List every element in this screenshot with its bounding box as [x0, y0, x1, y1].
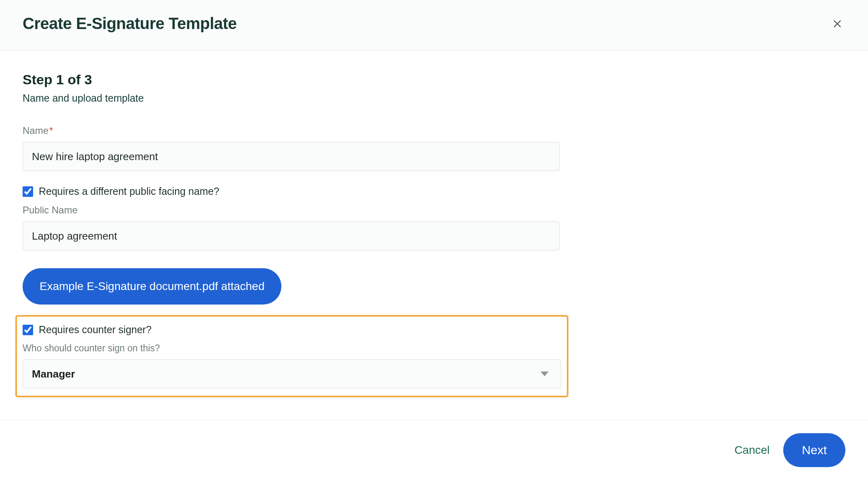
- close-button[interactable]: [829, 16, 845, 32]
- step-heading: Step 1 of 3: [23, 72, 845, 88]
- chevron-down-icon: [541, 371, 549, 376]
- step-subheading: Name and upload template: [23, 92, 845, 104]
- counter-signer-selected-value: Manager: [32, 368, 75, 380]
- name-label: Name*: [23, 125, 560, 136]
- close-icon: [832, 18, 843, 29]
- counter-signer-checkbox[interactable]: [23, 325, 33, 335]
- next-button[interactable]: Next: [783, 433, 845, 467]
- field-public-name-toggle: Requires a different public facing name?…: [23, 186, 560, 250]
- form-column: Name* Requires a different public facing…: [23, 125, 560, 397]
- counter-signer-checkbox-label: Requires counter signer?: [39, 324, 151, 336]
- name-input[interactable]: [23, 142, 560, 171]
- public-name-checkbox[interactable]: [23, 186, 33, 197]
- attachment-button[interactable]: Example E-Signature document.pdf attache…: [23, 268, 281, 305]
- modal-create-template: Create E-Signature Template Step 1 of 3 …: [0, 0, 868, 480]
- public-name-checkbox-label: Requires a different public facing name?: [39, 186, 219, 197]
- public-name-label: Public Name: [23, 205, 560, 216]
- cancel-button[interactable]: Cancel: [734, 444, 769, 457]
- counter-signer-select[interactable]: Manager: [23, 359, 561, 388]
- counter-signer-sub-label: Who should counter sign on this?: [23, 343, 561, 354]
- modal-header: Create E-Signature Template: [0, 0, 868, 51]
- public-name-check-row: Requires a different public facing name?: [23, 186, 560, 197]
- modal-body: Step 1 of 3 Name and upload template Nam…: [0, 51, 868, 420]
- counter-signer-highlight: Requires counter signer? Who should coun…: [15, 315, 568, 397]
- name-label-text: Name: [23, 125, 48, 136]
- required-asterisk: *: [49, 125, 53, 136]
- counter-signer-check-row: Requires counter signer?: [23, 324, 561, 336]
- modal-footer: Cancel Next: [0, 420, 868, 480]
- modal-title: Create E-Signature Template: [23, 15, 237, 33]
- field-name: Name*: [23, 125, 560, 171]
- counter-signer-select-wrap: Manager: [23, 359, 561, 388]
- public-name-input[interactable]: [23, 221, 560, 250]
